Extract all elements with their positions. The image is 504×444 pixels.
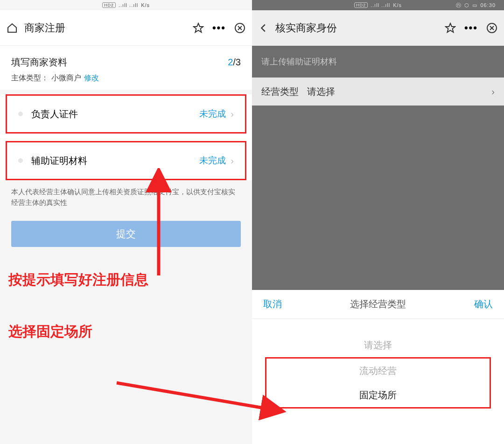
row-responsible-id[interactable]: 负责人证件 未完成 › <box>7 96 245 132</box>
titlebar: 商家注册 ••• <box>0 10 252 46</box>
upload-hint: 请上传辅助证明材料 <box>252 46 504 78</box>
bullet-icon <box>18 112 23 116</box>
status-bar: HD2 ..ıll ..ıll K/s ⓝ ⬡ ▭ 06:30 <box>252 0 504 10</box>
titlebar: 核实商家身份 ••• <box>252 10 504 46</box>
option-placeholder[interactable]: 请选择 <box>252 333 504 357</box>
chevron-right-icon: › <box>491 86 495 97</box>
signal-icon: ..ıll ..ıll <box>119 2 138 8</box>
select-label: 经营类型 <box>261 85 299 98</box>
battery-icon: ▭ <box>472 2 477 8</box>
picker-sheet: 取消 选择经营类型 确认 请选择 流动经营 固定场所 <box>252 290 504 444</box>
select-value: 请选择 <box>307 85 335 98</box>
sheet-header: 取消 选择经营类型 确认 <box>252 290 504 319</box>
close-icon[interactable] <box>486 22 497 34</box>
row-label: 负责人证件 <box>31 108 199 120</box>
signal-icon: ..ıll ..ıll <box>371 2 390 8</box>
cancel-button[interactable]: 取消 <box>263 298 282 310</box>
row-label: 辅助证明材料 <box>31 155 199 167</box>
option-fixed[interactable]: 固定场所 <box>266 383 490 407</box>
highlight-box-option: 流动经营 固定场所 <box>265 357 491 409</box>
more-icon[interactable]: ••• <box>212 22 226 34</box>
speed-indicator: K/s <box>141 2 150 8</box>
home-icon[interactable] <box>7 22 18 34</box>
hd-badge: HD2 <box>354 2 368 8</box>
svg-marker-2 <box>446 23 455 32</box>
close-icon[interactable] <box>234 22 245 34</box>
star-icon[interactable] <box>193 22 204 34</box>
section-title: 填写商家资料 <box>11 56 67 69</box>
row-status: 未完成 <box>199 108 226 120</box>
speed-indicator: K/s <box>393 2 402 8</box>
status-bar: HD2 ..ıll ..ıll K/s <box>0 0 252 10</box>
highlight-box-2: 辅助证明材料 未完成 › <box>6 141 246 180</box>
left-screen: HD2 ..ıll ..ıll K/s 商家注册 ••• <box>0 0 252 444</box>
highlight-box-1: 负责人证件 未完成 › <box>6 94 246 134</box>
row-status: 未完成 <box>199 155 226 167</box>
clock: 06:30 <box>480 2 496 8</box>
picker-options[interactable]: 请选择 流动经营 固定场所 <box>252 319 504 409</box>
nfc-icon: ⓝ <box>456 2 462 9</box>
back-icon[interactable] <box>259 23 269 33</box>
sheet-title: 选择经营类型 <box>350 298 406 310</box>
svg-marker-0 <box>194 23 203 32</box>
chevron-right-icon: › <box>231 109 234 120</box>
page-title: 核实商家身份 <box>275 21 438 35</box>
bullet-icon <box>18 158 23 163</box>
task-list: 负责人证件 未完成 › 辅助证明材料 未完成 › <box>0 94 252 180</box>
option-mobile[interactable]: 流动经营 <box>266 359 490 383</box>
disclaimer-text: 本人代表经营主体确认同意上传相关资质证照给支付宝，以供支付宝核实经营主体的真实性 <box>0 183 252 216</box>
business-type-row[interactable]: 经营类型 请选择 › <box>252 78 504 106</box>
subject-type-label: 主体类型： <box>11 73 49 83</box>
page-title: 商家注册 <box>24 21 186 35</box>
progress: 2/3 <box>228 57 241 68</box>
subject-type-value: 小微商户 <box>51 73 81 83</box>
submit-button[interactable]: 提交 <box>11 221 241 247</box>
confirm-button[interactable]: 确认 <box>474 298 493 310</box>
progress-total: /3 <box>233 57 241 67</box>
modify-link[interactable]: 修改 <box>84 73 99 83</box>
star-icon[interactable] <box>445 22 456 34</box>
row-supporting-docs[interactable]: 辅助证明材料 未完成 › <box>7 142 245 179</box>
wifi-icon: ⬡ <box>464 2 469 8</box>
right-screen: HD2 ..ıll ..ıll K/s ⓝ ⬡ ▭ 06:30 核实商家身份 •… <box>252 0 504 444</box>
progress-current: 2 <box>228 57 233 67</box>
chevron-right-icon: › <box>231 155 234 166</box>
more-icon[interactable]: ••• <box>464 22 478 34</box>
annotation-text-1: 按提示填写好注册信息 <box>0 252 252 294</box>
annotation-text-2: 选择固定场所 <box>0 294 252 346</box>
section-header: 填写商家资料 2/3 主体类型： 小微商户 修改 <box>0 46 252 90</box>
hd-badge: HD2 <box>102 2 116 8</box>
